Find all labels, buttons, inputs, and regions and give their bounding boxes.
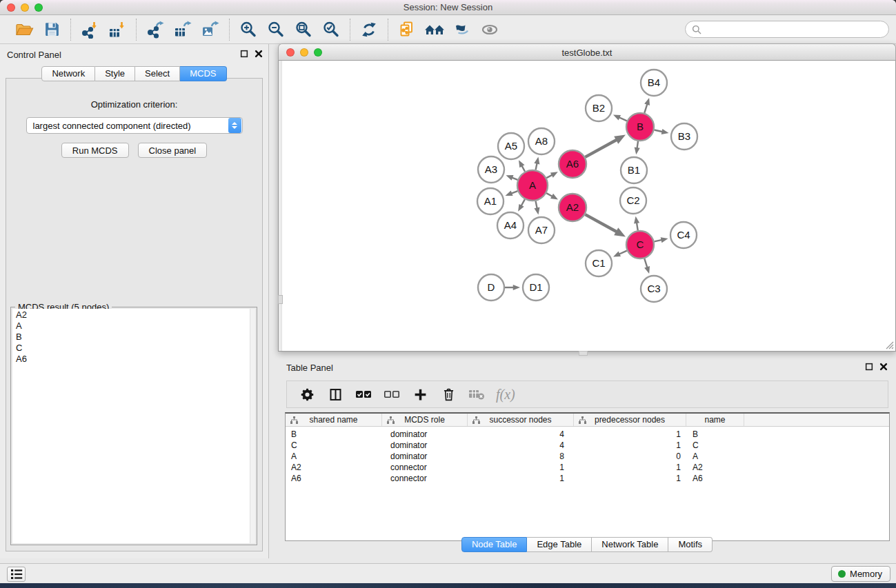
- cell[interactable]: connector: [382, 463, 468, 472]
- graph-node-a[interactable]: A: [517, 170, 548, 201]
- cell[interactable]: A6: [686, 474, 744, 483]
- zoom-in-icon[interactable]: [236, 19, 261, 41]
- column-visibility-icon[interactable]: [325, 384, 346, 405]
- import-table-icon[interactable]: [105, 19, 130, 41]
- result-item-c[interactable]: C: [12, 343, 255, 354]
- graph-node-c1[interactable]: C1: [586, 250, 612, 276]
- graph-edge-C-C4[interactable]: [654, 240, 662, 242]
- table-row-a6[interactable]: A6connector11A6: [286, 473, 889, 484]
- result-item-b[interactable]: B: [12, 332, 255, 343]
- graph-edge-B-B1[interactable]: [637, 141, 638, 149]
- node-table[interactable]: shared nameMCDS rolesuccessor nodesprede…: [285, 412, 890, 541]
- search-input[interactable]: [705, 23, 888, 37]
- close-panel-button[interactable]: Close panel: [138, 143, 208, 158]
- cell[interactable]: A: [686, 452, 744, 461]
- graph-node-a5[interactable]: A5: [498, 133, 524, 159]
- run-mcds-button[interactable]: Run MCDS: [61, 143, 129, 158]
- column-header-shared-name[interactable]: shared name: [286, 414, 382, 426]
- graph-edge-B-B2[interactable]: [619, 117, 627, 121]
- memory-button[interactable]: Memory: [831, 566, 890, 582]
- cell[interactable]: dominator: [382, 429, 468, 439]
- graph-edge-A6-B[interactable]: [585, 139, 617, 156]
- table-row-a[interactable]: Adominator80A: [286, 451, 889, 462]
- optimization-criterion-select[interactable]: largest connected component (directed): [26, 117, 243, 134]
- show-details-icon[interactable]: [477, 19, 502, 41]
- graph-node-c[interactable]: C: [626, 231, 654, 258]
- graph-node-b1[interactable]: B1: [621, 157, 647, 183]
- tab-network[interactable]: Network: [41, 66, 95, 81]
- tab-motifs[interactable]: Motifs: [668, 537, 713, 552]
- graph-edge-A2-C[interactable]: [585, 214, 617, 232]
- graph-edge-A-A5[interactable]: [521, 165, 525, 172]
- graph-edge-A-A1[interactable]: [511, 191, 518, 194]
- graph-node-a6[interactable]: A6: [559, 150, 586, 178]
- result-item-a2[interactable]: A2: [12, 309, 255, 321]
- cell[interactable]: dominator: [382, 452, 468, 461]
- graph-edge-A-A2[interactable]: [546, 193, 552, 196]
- horizontal-splitter-handle[interactable]: [579, 351, 588, 356]
- search-box[interactable]: [685, 21, 889, 38]
- graph-node-a3[interactable]: A3: [478, 156, 504, 183]
- graph-node-c4[interactable]: C4: [670, 222, 697, 248]
- graph-node-d1[interactable]: D1: [523, 274, 549, 301]
- cell[interactable]: 4: [468, 429, 574, 439]
- graph-edge-B-B4[interactable]: [644, 103, 647, 113]
- graph-node-c2[interactable]: C2: [620, 187, 646, 214]
- select-all-checkboxes-icon[interactable]: [353, 384, 374, 405]
- cell[interactable]: connector: [382, 474, 468, 483]
- save-session-icon[interactable]: [39, 19, 64, 41]
- close-table-panel-icon[interactable]: [879, 363, 888, 371]
- graph-edge-C-C3[interactable]: [644, 258, 647, 268]
- tab-style[interactable]: Style: [95, 66, 135, 81]
- duplicate-network-icon[interactable]: [395, 19, 419, 41]
- network-canvas[interactable]: B4B2BB3A5A8A6A3AB1A1A2C2A4A7C4CC1C3DD1: [278, 61, 896, 352]
- window-resize-grip-icon[interactable]: [884, 340, 894, 349]
- close-panel-icon[interactable]: [255, 50, 263, 58]
- graph-edge-A-A6[interactable]: [546, 174, 552, 178]
- graph-node-a4[interactable]: A4: [497, 212, 524, 239]
- import-network-icon[interactable]: [77, 19, 102, 41]
- refresh-layout-icon[interactable]: [357, 19, 381, 41]
- cell[interactable]: 4: [468, 440, 574, 450]
- delete-column-icon[interactable]: [438, 384, 459, 405]
- graph-node-a8[interactable]: A8: [528, 128, 555, 154]
- deselect-all-checkboxes-icon[interactable]: [381, 384, 402, 405]
- table-row-a2[interactable]: A2connector11A2: [286, 462, 889, 473]
- add-column-icon[interactable]: [410, 384, 430, 405]
- column-header-name[interactable]: name: [686, 414, 744, 426]
- tab-select[interactable]: Select: [135, 66, 180, 81]
- float-panel-icon[interactable]: [240, 50, 248, 58]
- cell[interactable]: B: [286, 429, 382, 439]
- graph-node-c3[interactable]: C3: [641, 276, 667, 302]
- graph-node-d[interactable]: D: [478, 274, 504, 301]
- tab-network-table[interactable]: Network Table: [592, 537, 668, 552]
- graph-edge-C-C1[interactable]: [619, 251, 627, 254]
- task-list-button[interactable]: [7, 567, 26, 582]
- result-item-a6[interactable]: A6: [12, 354, 255, 365]
- export-image-icon[interactable]: [198, 19, 223, 41]
- graph-node-a7[interactable]: A7: [528, 217, 555, 243]
- graph-edge-A-A8[interactable]: [536, 163, 537, 170]
- cell[interactable]: 1: [574, 440, 686, 450]
- graph-node-a1[interactable]: A1: [477, 188, 504, 214]
- graph-edge-A-A4[interactable]: [521, 199, 525, 206]
- zoom-selected-icon[interactable]: [319, 19, 344, 41]
- result-item-a[interactable]: A: [12, 321, 255, 332]
- cell[interactable]: 1: [468, 474, 574, 483]
- cell[interactable]: 1: [574, 474, 686, 483]
- cell[interactable]: C: [286, 440, 382, 450]
- table-row-c[interactable]: Cdominator41C: [286, 440, 889, 451]
- delete-table-icon[interactable]: [466, 384, 487, 405]
- cell[interactable]: C: [686, 440, 744, 450]
- function-builder-icon[interactable]: f(x): [495, 387, 515, 403]
- column-header-successor-nodes[interactable]: successor nodes: [468, 414, 574, 426]
- graph-node-b2[interactable]: B2: [586, 95, 612, 121]
- export-network-icon[interactable]: [143, 19, 168, 41]
- column-header-predecessor-nodes[interactable]: predecessor nodes: [574, 414, 686, 426]
- graph-node-a2[interactable]: A2: [559, 194, 586, 221]
- cell[interactable]: B: [686, 429, 744, 439]
- graph-edge-A-A7[interactable]: [536, 201, 537, 209]
- settings-gear-icon[interactable]: [297, 384, 317, 405]
- cell[interactable]: A2: [686, 463, 744, 472]
- graph-node-b[interactable]: B: [626, 113, 654, 141]
